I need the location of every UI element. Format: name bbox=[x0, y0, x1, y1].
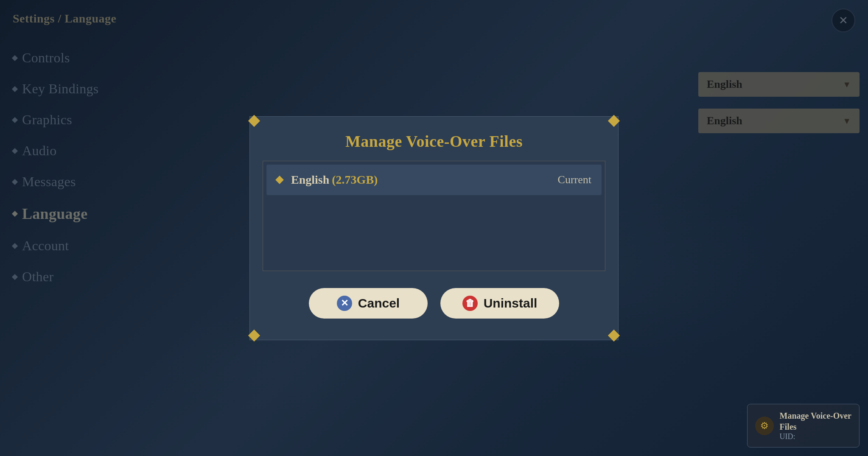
voice-item-status: Current bbox=[558, 173, 591, 186]
gear-icon: ⚙ bbox=[755, 417, 774, 435]
tooltip-content: Manage Voice-Over Files UID: bbox=[780, 410, 851, 441]
corner-bottom-right bbox=[605, 326, 620, 341]
corner-top-left bbox=[248, 115, 263, 130]
manage-voiceover-modal: Manage Voice-Over Files English (2.73GB)… bbox=[249, 116, 619, 340]
voiceover-tooltip: ⚙ Manage Voice-Over Files UID: bbox=[747, 404, 860, 448]
voice-item-size: (2.73GB) bbox=[332, 173, 378, 187]
trash-icon: 🗑 bbox=[462, 296, 478, 311]
tooltip-title: Manage Voice-Over Files bbox=[780, 410, 851, 432]
modal-title: Manage Voice-Over Files bbox=[250, 117, 618, 161]
voice-item-english[interactable]: English (2.73GB) Current bbox=[266, 165, 602, 195]
corner-top-right bbox=[605, 115, 620, 130]
uninstall-button[interactable]: 🗑 Uninstall bbox=[440, 288, 559, 319]
modal-buttons: ✕ Cancel 🗑 Uninstall bbox=[250, 271, 618, 340]
voice-over-list: English (2.73GB) Current bbox=[263, 161, 605, 271]
tooltip-uid: UID: bbox=[780, 432, 851, 441]
cancel-icon: ✕ bbox=[337, 296, 352, 311]
voice-item-name: English bbox=[291, 173, 329, 187]
voice-item-icon bbox=[275, 176, 284, 184]
corner-bottom-left bbox=[248, 326, 263, 341]
cancel-button[interactable]: ✕ Cancel bbox=[309, 288, 428, 319]
